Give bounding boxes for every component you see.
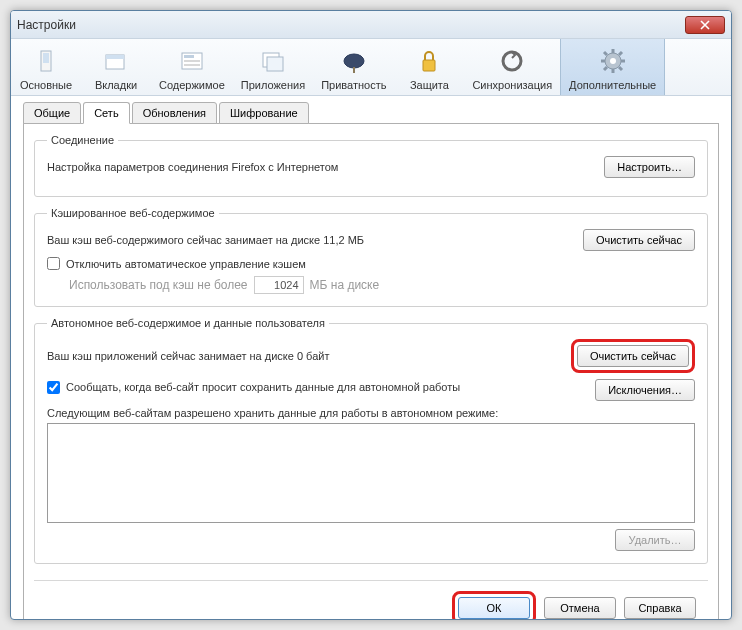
gear-icon [597, 45, 629, 77]
category-advanced[interactable]: Дополнительные [560, 39, 665, 95]
svg-rect-9 [267, 57, 283, 71]
cached-status: Ваш кэш веб-содержимого сейчас занимает … [47, 234, 583, 246]
settings-window: Настройки Основные Вкладки Содержимое Пр… [10, 10, 732, 620]
help-button[interactable]: Справка [624, 597, 696, 619]
offline-group: Автономное веб-содержимое и данные польз… [34, 317, 708, 564]
cache-limit-suffix: МБ на диске [310, 278, 380, 292]
privacy-icon [338, 45, 370, 77]
cached-group: Кэшированное веб-содержимое Ваш кэш веб-… [34, 207, 708, 307]
sync-icon [496, 45, 528, 77]
lock-icon [413, 45, 445, 77]
svg-point-10 [344, 54, 364, 68]
category-sync[interactable]: Синхронизация [464, 39, 560, 95]
category-label: Основные [19, 79, 73, 91]
highlight-clear-offline: Очистить сейчас [571, 339, 695, 373]
category-label: Синхронизация [472, 79, 552, 91]
content-icon [176, 45, 208, 77]
svg-line-23 [619, 52, 622, 55]
svg-line-22 [604, 67, 607, 70]
category-security[interactable]: Защита [394, 39, 464, 95]
close-button[interactable] [685, 16, 725, 34]
category-label: Приложения [241, 79, 305, 91]
override-cache-checkbox[interactable] [47, 257, 60, 270]
highlight-ok: ОК [452, 591, 536, 619]
dialog-footer: ОК Отмена Справка [34, 580, 708, 619]
titlebar: Настройки [11, 11, 731, 39]
svg-rect-3 [106, 55, 124, 59]
svg-line-21 [619, 67, 622, 70]
offline-list-label: Следующим веб-сайтам разрешено хранить д… [47, 407, 695, 419]
notify-offline-checkbox[interactable] [47, 381, 60, 394]
notify-offline-label: Сообщать, когда веб-сайт просит сохранит… [66, 381, 460, 393]
cache-limit-input[interactable] [254, 276, 304, 294]
category-applications[interactable]: Приложения [233, 39, 313, 95]
tab-encryption[interactable]: Шифрование [219, 102, 309, 124]
svg-rect-7 [184, 64, 200, 66]
offline-status: Ваш кэш приложений сейчас занимает на ди… [47, 350, 571, 362]
window-title: Настройки [17, 18, 685, 32]
category-label: Приватность [321, 79, 386, 91]
connection-text: Настройка параметров соединения Firefox … [47, 161, 604, 173]
clear-cache-button[interactable]: Очистить сейчас [583, 229, 695, 251]
svg-point-13 [503, 52, 521, 70]
connection-legend: Соединение [47, 134, 118, 146]
category-label: Вкладки [89, 79, 143, 91]
svg-point-15 [610, 58, 616, 64]
category-tabs[interactable]: Вкладки [81, 39, 151, 95]
content-area: Общие Сеть Обновления Шифрование Соедине… [11, 96, 731, 619]
subtabs: Общие Сеть Обновления Шифрование [23, 102, 719, 124]
connection-settings-button[interactable]: Настроить… [604, 156, 695, 178]
svg-rect-6 [184, 60, 200, 62]
category-label: Содержимое [159, 79, 225, 91]
network-panel: Соединение Настройка параметров соединен… [23, 123, 719, 619]
offline-legend: Автономное веб-содержимое и данные польз… [47, 317, 329, 329]
connection-group: Соединение Настройка параметров соединен… [34, 134, 708, 197]
override-cache-label: Отключить автоматическое управление кэше… [66, 258, 306, 270]
apps-icon [257, 45, 289, 77]
svg-rect-1 [43, 53, 49, 63]
close-icon [700, 20, 710, 30]
cancel-button[interactable]: Отмена [544, 597, 616, 619]
general-icon [30, 45, 62, 77]
svg-line-20 [604, 52, 607, 55]
tab-general[interactable]: Общие [23, 102, 81, 124]
remove-site-button[interactable]: Удалить… [615, 529, 695, 551]
exceptions-button[interactable]: Исключения… [595, 379, 695, 401]
category-label: Дополнительные [569, 79, 656, 91]
cached-legend: Кэшированное веб-содержимое [47, 207, 219, 219]
svg-rect-12 [423, 60, 435, 71]
category-general[interactable]: Основные [11, 39, 81, 95]
ok-button[interactable]: ОК [458, 597, 530, 619]
tabs-icon [100, 45, 132, 77]
cache-limit-prefix: Использовать под кэш не более [69, 278, 248, 292]
offline-sites-list[interactable] [47, 423, 695, 523]
category-label: Защита [402, 79, 456, 91]
clear-offline-button[interactable]: Очистить сейчас [577, 345, 689, 367]
category-toolbar: Основные Вкладки Содержимое Приложения П… [11, 39, 731, 96]
tab-update[interactable]: Обновления [132, 102, 217, 124]
tab-network[interactable]: Сеть [83, 102, 129, 124]
category-privacy[interactable]: Приватность [313, 39, 394, 95]
svg-rect-11 [353, 67, 355, 73]
svg-rect-5 [184, 55, 194, 58]
category-content[interactable]: Содержимое [151, 39, 233, 95]
